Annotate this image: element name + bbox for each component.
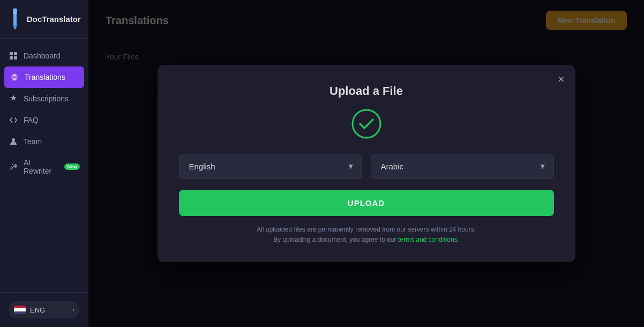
modal-notice: All uploaded files are permanently remov… <box>179 225 554 245</box>
modal-check-icon-container <box>179 109 554 139</box>
sidebar-item-ai-rewriter[interactable]: AI Rewriter New <box>0 152 88 181</box>
target-language-wrapper: Arabic English Spanish French German Chi… <box>371 154 554 179</box>
modal-overlay: × Upload a File English Spanish French G… <box>88 0 644 327</box>
star-icon <box>9 94 18 103</box>
language-switcher[interactable]: ENG › <box>9 301 80 318</box>
person-icon <box>9 137 18 146</box>
source-language-select[interactable]: English Spanish French German Chinese Ja… <box>179 154 362 179</box>
language-selects: English Spanish French German Chinese Ja… <box>179 154 554 179</box>
svg-rect-7 <box>14 56 17 60</box>
sidebar-item-team[interactable]: Team <box>0 131 88 152</box>
app-name: DocTranslator <box>27 14 81 24</box>
flag-icon <box>14 306 26 314</box>
app-logo[interactable]: DocTranslator <box>0 0 88 39</box>
check-circle-icon <box>351 109 381 139</box>
svg-rect-6 <box>10 56 13 60</box>
target-language-select[interactable]: Arabic English Spanish French German Chi… <box>371 154 554 179</box>
logo-icon <box>8 8 23 31</box>
notice-line2: By uploading a document, you agree to ou… <box>273 236 398 243</box>
notice-line1: All uploaded files are permanently remov… <box>257 226 476 233</box>
svg-point-10 <box>353 110 380 138</box>
sidebar-item-subscriptions-label: Subscriptions <box>24 94 69 103</box>
sidebar-item-dashboard-label: Dashboard <box>24 51 61 60</box>
chevron-right-icon: › <box>72 306 74 314</box>
sidebar-bottom: ENG › <box>0 292 88 327</box>
modal-title: Upload a File <box>179 84 554 98</box>
svg-marker-2 <box>13 26 17 29</box>
source-language-wrapper: English Spanish French German Chinese Ja… <box>179 154 362 179</box>
sidebar-item-dashboard[interactable]: Dashboard <box>0 45 88 66</box>
grid-icon <box>9 51 18 61</box>
ai-rewriter-badge: New <box>64 164 80 170</box>
sidebar-item-ai-rewriter-label: AI Rewriter <box>24 158 59 175</box>
svg-point-9 <box>12 138 15 142</box>
svg-rect-5 <box>14 52 17 55</box>
code-icon <box>9 115 18 125</box>
sidebar-nav: Dashboard Translations Subscriptions <box>0 39 88 292</box>
sidebar-item-team-label: Team <box>24 137 42 146</box>
sidebar-item-subscriptions[interactable]: Subscriptions <box>0 88 88 109</box>
sidebar-item-faq-label: FAQ <box>24 116 39 124</box>
svg-rect-4 <box>10 52 13 55</box>
wand-icon <box>9 162 18 172</box>
upload-button[interactable]: UPLOAD <box>179 190 554 216</box>
modal-close-button[interactable]: × <box>558 73 565 85</box>
sidebar-item-translations[interactable]: Translations <box>4 66 84 88</box>
sidebar-item-translations-label: Translations <box>25 73 65 81</box>
language-code: ENG <box>30 306 45 314</box>
swap-icon <box>10 72 19 82</box>
upload-modal: × Upload a File English Spanish French G… <box>158 65 575 262</box>
main-content: Translations New Translation Your Files … <box>88 0 644 327</box>
terms-link[interactable]: terms and conditions <box>398 236 458 243</box>
sidebar: DocTranslator Dashboard Translation <box>0 0 88 327</box>
sidebar-item-faq[interactable]: FAQ <box>0 109 88 131</box>
